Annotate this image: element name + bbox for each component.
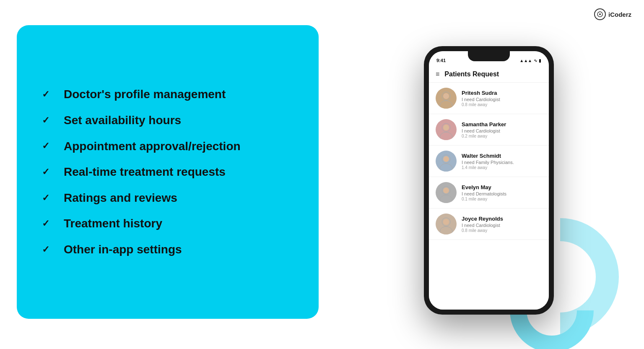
status-icons: ▲▲▲ ∿ ▮ [519, 58, 541, 63]
svg-point-12 [443, 188, 449, 193]
patient-avatar-3 [436, 151, 457, 172]
feature-item-1: ✓ Doctor's profile management [42, 81, 293, 107]
app-header: ≡ Patients Request [429, 66, 549, 83]
patient-info-4: Evelyn May I need Dermatologists 0.1 mil… [462, 184, 542, 201]
check-icon-3: ✓ [42, 141, 54, 151]
patient-avatar-5 [436, 214, 457, 234]
patient-item-1[interactable]: Pritesh Sudra I need Cardiologist 0.8 mi… [429, 83, 549, 114]
check-icon-1: ✓ [42, 89, 54, 100]
signal-icon: ▲▲▲ [519, 58, 532, 63]
svg-point-10 [440, 164, 452, 172]
patient-distance-1: 0.8 mile away [462, 102, 542, 107]
feature-text-4: Real-time treatment requests [64, 165, 226, 179]
patient-item-2[interactable]: Samantha Parker I need Cardiologist 0.2 … [429, 114, 549, 146]
patient-item-3[interactable]: Walter Schmidt I need Family Physicians.… [429, 146, 549, 177]
patient-name-3: Walter Schmidt [462, 153, 542, 159]
feature-item-4: ✓ Real-time treatment requests [42, 159, 293, 185]
feature-item-7: ✓ Other in-app settings [42, 237, 293, 263]
patient-name-2: Samantha Parker [462, 121, 542, 128]
wifi-icon: ∿ [534, 58, 537, 63]
feature-item-3: ✓ Appointment approval/rejection [42, 133, 293, 159]
svg-point-3 [443, 93, 449, 99]
patient-name-5: Joyce Reynolds [462, 216, 542, 222]
svg-point-9 [443, 156, 449, 162]
patient-distance-4: 0.1 mile away [462, 197, 542, 201]
patient-info-5: Joyce Reynolds I need Cardiologist 0.8 m… [462, 216, 542, 233]
patient-specialty-2: I need Cardiologist [462, 128, 542, 133]
phone-section: 9:41 ▲▲▲ ∿ ▮ ≡ Patients Request [359, 17, 619, 344]
patient-item-4[interactable]: Evelyn May I need Dermatologists 0.1 mil… [429, 177, 549, 208]
patient-specialty-4: I need Dermatologists [462, 191, 542, 196]
patient-distance-2: 0.2 mile away [462, 134, 542, 138]
patient-distance-5: 0.8 mile away [462, 228, 542, 233]
feature-text-1: Doctor's profile management [64, 87, 226, 102]
app-title: Patients Request [444, 70, 499, 78]
check-icon-2: ✓ [42, 115, 54, 126]
phone-frame: 9:41 ▲▲▲ ∿ ▮ ≡ Patients Request [424, 46, 554, 315]
feature-text-7: Other in-app settings [64, 242, 182, 257]
feature-card: ✓ Doctor's profile management ✓ Set avai… [17, 25, 319, 319]
patient-name-4: Evelyn May [462, 184, 542, 190]
phone-notch [468, 51, 510, 61]
patient-info-1: Pritesh Sudra I need Cardiologist 0.8 mi… [462, 90, 542, 107]
feature-text-5: Ratings and reviews [64, 191, 177, 205]
feature-text-2: Set availability hours [64, 113, 181, 128]
feature-item-5: ✓ Ratings and reviews [42, 185, 293, 211]
patient-distance-3: 1.4 mile away [462, 165, 542, 170]
patient-avatar-1 [436, 88, 457, 109]
menu-icon[interactable]: ≡ [436, 70, 439, 78]
status-time: 9:41 [436, 58, 446, 63]
svg-point-1 [599, 13, 601, 15]
svg-point-16 [440, 227, 452, 234]
feature-item-2: ✓ Set availability hours [42, 107, 293, 133]
check-icon-6: ✓ [42, 218, 54, 229]
svg-point-7 [440, 132, 452, 140]
svg-point-13 [440, 195, 452, 203]
svg-point-4 [440, 101, 452, 109]
battery-icon: ▮ [539, 58, 541, 63]
phone-inner: 9:41 ▲▲▲ ∿ ▮ ≡ Patients Request [429, 51, 549, 310]
patient-specialty-1: I need Cardiologist [462, 97, 542, 102]
patient-avatar-2 [436, 119, 457, 140]
patient-item-5[interactable]: Joyce Reynolds I need Cardiologist 0.8 m… [429, 208, 549, 240]
patient-list: Pritesh Sudra I need Cardiologist 0.8 mi… [429, 83, 549, 310]
patient-name-1: Pritesh Sudra [462, 90, 542, 96]
check-icon-4: ✓ [42, 167, 54, 177]
check-icon-7: ✓ [42, 244, 54, 255]
feature-text-6: Treatment history [64, 216, 162, 231]
patient-avatar-4 [436, 182, 457, 203]
svg-point-6 [443, 125, 449, 130]
patient-specialty-3: I need Family Physicians. [462, 160, 542, 165]
patient-info-3: Walter Schmidt I need Family Physicians.… [462, 153, 542, 170]
patient-info-2: Samantha Parker I need Cardiologist 0.2 … [462, 121, 542, 138]
patient-specialty-5: I need Cardiologist [462, 223, 542, 228]
feature-text-3: Appointment approval/rejection [64, 139, 241, 154]
check-icon-5: ✓ [42, 193, 54, 203]
feature-item-6: ✓ Treatment history [42, 211, 293, 237]
svg-point-15 [443, 219, 449, 225]
